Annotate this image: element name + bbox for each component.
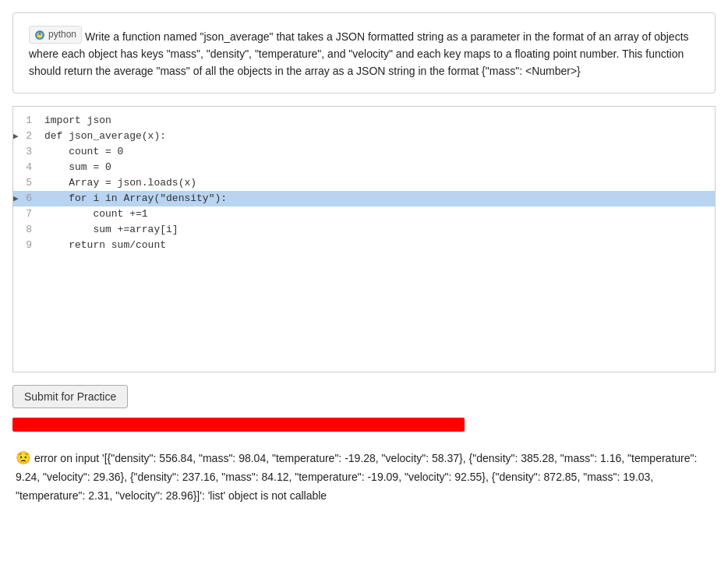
page-wrapper: python Write a function named "json_aver… [0, 0, 728, 524]
prompt-text: Write a function named "json_average" th… [29, 30, 689, 78]
code-line: ▶6 for i in Array("density"): [13, 191, 715, 206]
code-content: count +=1 [38, 206, 148, 222]
code-area: 1import json▶2def json_average(x):3 coun… [13, 107, 715, 372]
code-line: 7 count +=1 [13, 206, 715, 222]
code-content: def json_average(x): [38, 129, 166, 144]
error-bar [12, 418, 465, 432]
submit-button[interactable]: Submit for Practice [12, 385, 128, 408]
python-icon [34, 30, 45, 41]
line-number: 3 [13, 144, 38, 160]
code-content: sum +=array[i] [38, 222, 178, 238]
code-content: import json [38, 113, 111, 129]
code-content: count = 0 [38, 144, 123, 160]
line-number: 1 [13, 113, 38, 129]
code-content: sum = 0 [38, 160, 111, 175]
code-line: 9 return sum/count [13, 238, 715, 253]
line-number: 4 [13, 160, 38, 175]
code-line: 4 sum = 0 [13, 160, 715, 175]
error-text: error on input '[{"density": 556.84, "ma… [16, 452, 697, 502]
error-icon: 😟 [16, 451, 31, 464]
code-content: Array = json.loads(x) [38, 175, 196, 191]
python-badge: python [29, 26, 82, 44]
code-content: return sum/count [38, 238, 166, 253]
code-line: 1import json [13, 113, 715, 129]
code-editor[interactable]: 1import json▶2def json_average(x):3 coun… [12, 106, 716, 372]
code-content: for i in Array("density"): [38, 191, 227, 206]
line-number: ▶6 [13, 191, 38, 206]
line-number: 9 [13, 238, 38, 253]
line-number: ▶2 [13, 129, 38, 144]
prompt-box: python Write a function named "json_aver… [12, 12, 716, 94]
line-number: 8 [13, 222, 38, 238]
line-number: 5 [13, 175, 38, 191]
code-line: ▶2def json_average(x): [13, 129, 715, 144]
code-line: 5 Array = json.loads(x) [13, 175, 715, 191]
code-line: 8 sum +=array[i] [13, 222, 715, 238]
line-number: 7 [13, 206, 38, 222]
code-line: 3 count = 0 [13, 144, 715, 160]
error-output: 😟 error on input '[{"density": 556.84, "… [12, 441, 716, 512]
python-badge-label: python [48, 27, 76, 42]
